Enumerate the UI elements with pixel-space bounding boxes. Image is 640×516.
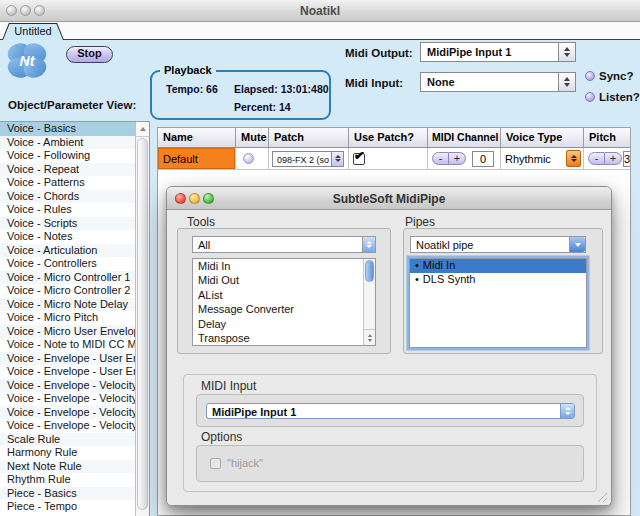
sidebar-list-item[interactable]: Voice - Envelope - User Envelo.. [0, 352, 135, 366]
midipipe-dialog: SubtleSoft MidiPipe Tools All Midi InMid… [166, 186, 612, 506]
sidebar-list-item[interactable]: Voice - Rules [0, 203, 135, 217]
pitch-increment-button[interactable]: + [605, 152, 622, 165]
stepper-arrows-icon[interactable] [558, 73, 575, 91]
tools-list-item[interactable]: Message Converter [193, 302, 375, 316]
column-header[interactable]: Pitch [584, 128, 630, 147]
midi-input-box: MidiPipe Input 1 [196, 394, 584, 427]
sidebar-list-item[interactable]: Voice - Notes [0, 230, 135, 244]
stepper-arrows-icon[interactable] [362, 237, 375, 252]
sidebar-items: Voice - BasicsVoice - AmbientVoice - Fol… [0, 122, 135, 516]
sidebar-list-item[interactable]: Voice - Note to MIDI CC Mapping [0, 338, 135, 352]
sidebar-list-item[interactable]: Next Note Rule [0, 460, 135, 474]
pipes-list: • Midi In • DLS Synth [409, 258, 587, 348]
voice-name-cell[interactable]: Default [158, 148, 236, 169]
sidebar-list-item[interactable]: Voice - Envelope - Velocity Ch... [0, 419, 135, 433]
logo-text: Nt [20, 53, 36, 69]
midi-channel-decrement-button[interactable]: - [432, 152, 449, 165]
object-parameter-view-label: Object/Parameter View: [8, 99, 136, 111]
midipipe-input-select[interactable]: MidiPipe Input 1 [206, 403, 575, 419]
tools-scrollbar[interactable] [363, 259, 375, 345]
column-header[interactable]: Patch [269, 128, 349, 147]
sidebar-list-item[interactable]: Voice - Articulation [0, 244, 135, 258]
sidebar-list-item[interactable]: Rhythm Rule [0, 473, 135, 487]
object-parameter-list: Voice - BasicsVoice - AmbientVoice - Fol… [0, 121, 150, 516]
midi-input-select[interactable]: None [420, 72, 576, 92]
column-header[interactable]: Name [158, 128, 236, 147]
sync-label: Sync? [599, 70, 634, 82]
pitch-decrement-button[interactable]: - [588, 152, 605, 165]
listen-toggle[interactable] [585, 92, 595, 102]
sidebar-list-item[interactable]: Scale Rule [0, 433, 135, 447]
tools-filter-value: All [198, 239, 359, 251]
scroll-arrows-icon[interactable] [364, 329, 375, 345]
midi-channel-value[interactable]: 0 [472, 151, 494, 167]
sidebar-list-item[interactable]: Voice - Envelope - Velocity [0, 379, 135, 393]
scroll-up-arrow-icon[interactable] [136, 122, 149, 137]
voice-type-value: Rhythmic [505, 153, 551, 165]
sidebar-list-item[interactable]: Voice - Envelope - Velocity Ch... [0, 406, 135, 420]
sidebar-list-item[interactable]: Voice - Micro Controller 1 [0, 271, 135, 285]
sidebar-list-item[interactable]: Voice - Repeat [0, 163, 135, 177]
sidebar-list-item[interactable]: Piece - Tempo [0, 500, 135, 514]
voice-type-stepper[interactable] [566, 150, 581, 167]
sidebar-scrollbar[interactable] [135, 122, 149, 516]
column-header[interactable]: MIDI Channel [428, 128, 501, 147]
tools-list-item[interactable]: AList [193, 288, 375, 302]
sidebar-list-item[interactable]: Voice - Chords [0, 190, 135, 204]
sidebar-list-item[interactable]: Voice - Following [0, 149, 135, 163]
column-header[interactable]: Use Patch? [349, 128, 428, 147]
sync-toggle[interactable] [585, 71, 595, 81]
stepper-arrows-icon[interactable] [560, 404, 574, 418]
tab-label: Untitled [2, 25, 64, 40]
tools-heading: Tools [187, 215, 215, 229]
sidebar-list-item[interactable]: Voice - Scripts [0, 217, 135, 231]
pipes-select[interactable]: Noatikl pipe [410, 236, 586, 253]
pipes-list-item[interactable]: • DLS Synth [410, 273, 586, 287]
sidebar-list-item[interactable]: Voice - Ambient [0, 136, 135, 150]
tools-list-item[interactable]: Midi In [193, 259, 375, 273]
resize-grip[interactable] [595, 490, 607, 502]
midipipe-input-value: MidiPipe Input 1 [212, 406, 558, 418]
checkmark-icon: ✔ [353, 148, 365, 163]
sidebar-list-item[interactable]: Voice - Controllers [0, 257, 135, 271]
sidebar-list-item[interactable]: Voice - Basics [0, 122, 135, 136]
stepper-arrows-icon[interactable] [558, 43, 575, 61]
sidebar-list-item[interactable]: Voice - Micro Note Delay [0, 298, 135, 312]
bullet-icon: • [415, 259, 419, 273]
tools-list-item[interactable]: Delay [193, 317, 375, 331]
sidebar-list-item[interactable]: Voice - Envelope - Velocity Ra... [0, 392, 135, 406]
use-patch-checkbox[interactable]: ✔ [353, 153, 365, 165]
pipes-list-item[interactable]: • Midi In [410, 259, 586, 273]
scrollbar-thumb[interactable] [365, 260, 374, 282]
table-row: Default 098-FX 2 (so... ✔ - + 0 Rhythmic [158, 148, 630, 170]
dropdown-arrow-icon[interactable] [569, 237, 585, 252]
pipe-label: DLS Synth [423, 273, 476, 287]
tools-filter-select[interactable]: All [192, 236, 376, 253]
sidebar-list-item[interactable]: Voice - Patterns [0, 176, 135, 190]
column-header[interactable]: Voice Type [501, 128, 584, 147]
sidebar-list-item[interactable]: Voice - Micro Pitch [0, 311, 135, 325]
window-titlebar: Noatikl [0, 0, 640, 22]
tab-untitled[interactable]: Untitled [2, 23, 64, 40]
pipes-groupbox: Noatikl pipe • Midi In • DLS Synth [403, 228, 603, 354]
sidebar-list-item[interactable]: Harmony Rule [0, 446, 135, 460]
tools-list-item[interactable]: Transpose [193, 331, 375, 345]
stepper-arrows-icon[interactable] [331, 152, 343, 166]
patch-value: 098-FX 2 (so... [277, 155, 329, 165]
mute-radio[interactable] [243, 153, 254, 164]
sidebar-list-item[interactable]: Piece - Basics [0, 487, 135, 501]
midi-channel-increment-button[interactable]: + [449, 152, 466, 165]
stop-button[interactable]: Stop [66, 46, 113, 63]
scrollbar-thumb[interactable] [137, 138, 148, 510]
sidebar-list-item[interactable]: Voice - Envelope - User Envelo.. [0, 365, 135, 379]
sidebar-list-item[interactable]: Voice - Micro User Envelope 1 [0, 325, 135, 339]
sidebar-list-item[interactable]: Voice - Micro Controller 2 [0, 284, 135, 298]
pipes-select-value: Noatikl pipe [416, 239, 569, 251]
use-patch-cell: ✔ [349, 148, 428, 169]
patch-combo[interactable]: 098-FX 2 (so... [272, 151, 344, 167]
hijack-checkbox[interactable] [210, 458, 221, 469]
tools-list-item[interactable]: Midi Out [193, 273, 375, 287]
column-header[interactable]: Mute [236, 128, 269, 147]
midi-output-select[interactable]: MidiPipe Input 1 [420, 42, 576, 62]
pitch-value[interactable]: 33 [623, 151, 630, 167]
